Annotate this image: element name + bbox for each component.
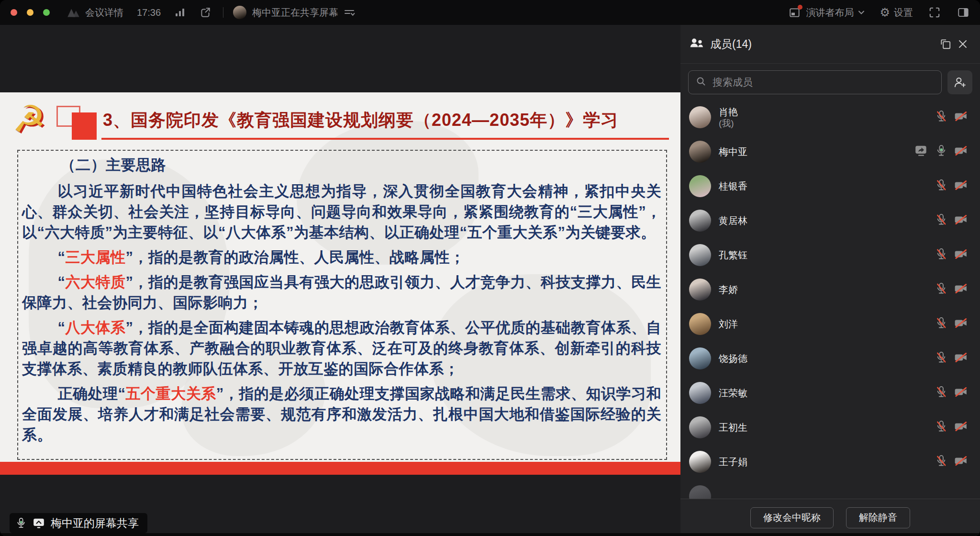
slide-paragraph: “六大特质”，指的是教育强国应当具有强大的思政引领力、人才竞争力、科技支撑力、民… <box>22 272 661 313</box>
camera-off-icon <box>954 282 968 297</box>
camera-off-icon <box>954 420 968 435</box>
add-member-button[interactable] <box>947 70 972 94</box>
member-row[interactable]: 汪荣敏 <box>680 376 980 410</box>
microphone-muted-icon <box>935 179 947 193</box>
member-row[interactable]: 王初生 <box>680 410 980 445</box>
screen-share-indicator: 梅中亚的屏幕共享 <box>10 513 147 533</box>
paragraph-text: “ <box>57 319 65 336</box>
avatar <box>689 175 711 197</box>
avatar <box>689 141 711 163</box>
slide-body-box: （二）主要思路以习近平新时代中国特色社会主义思想为指导，深入贯彻全国教育大会精神… <box>17 150 667 460</box>
paragraph-text: 以习近平新时代中国特色社会主义思想为指导，深入贯彻全国教育大会精神，紧扣中央关心… <box>22 183 661 241</box>
member-name-block: 王子娟 <box>719 456 935 468</box>
search-members-input[interactable] <box>712 76 935 89</box>
member-name: 肖艳 <box>719 106 935 118</box>
highlighted-red-term: 八大体系 <box>65 319 125 336</box>
member-name-block: 李娇 <box>719 284 935 295</box>
modify-nickname-button[interactable]: 修改会中昵称 <box>750 507 834 528</box>
microphone-muted-icon <box>935 386 947 400</box>
member-name: 刘洋 <box>719 318 935 330</box>
fullscreen-icon[interactable] <box>928 6 941 19</box>
members-panel-title: 成员(14) <box>710 37 937 52</box>
side-panel-toggle-icon[interactable] <box>957 7 969 18</box>
presentation-slide: ☭☭ 3、国务院印发《教育强国建设规划纲要（2024—2035年）》学习 （二）… <box>0 92 680 475</box>
network-signal-icon[interactable] <box>174 7 186 18</box>
sharer-status: 梅中亚正在共享屏幕 <box>252 6 338 19</box>
member-row[interactable]: 梅中亚 <box>680 134 980 169</box>
microphone-active-icon <box>15 517 27 529</box>
share-export-icon[interactable] <box>199 6 212 19</box>
member-row[interactable] <box>680 479 980 499</box>
member-row[interactable]: 李娇 <box>680 272 980 307</box>
camera-off-icon <box>954 145 968 159</box>
member-status-icons <box>935 317 968 331</box>
member-row[interactable]: 肖艳(我) <box>680 100 980 134</box>
camera-off-icon <box>954 317 968 331</box>
member-row[interactable]: 刘洋 <box>680 307 980 341</box>
member-name: 黄居林 <box>719 215 935 226</box>
member-name: 饶扬德 <box>719 353 935 364</box>
settings-button[interactable]: 设置 <box>894 6 913 19</box>
avatar <box>689 279 711 301</box>
microphone-muted-icon <box>935 282 947 297</box>
meeting-details-button[interactable]: 会议详情 <box>85 6 123 19</box>
member-name: 王子娟 <box>719 456 935 468</box>
highlighted-red-term: 五个重大关系 <box>126 385 216 402</box>
sharer-avatar <box>233 6 246 19</box>
member-name-block: 汪荣敏 <box>719 387 935 399</box>
member-name: 王初生 <box>719 422 935 433</box>
member-status-icons <box>935 455 968 469</box>
avatar <box>689 485 711 499</box>
member-status-icons <box>935 248 968 262</box>
member-name: 梅中亚 <box>719 146 914 157</box>
camera-off-icon <box>954 351 968 366</box>
member-name-block: 肖艳(我) <box>719 106 935 129</box>
avatar <box>689 382 711 404</box>
slide-paragraph: “三大属性”，指的是教育的政治属性、人民属性、战略属性； <box>22 247 661 268</box>
member-status-icons <box>935 282 968 297</box>
avatar <box>689 416 711 438</box>
search-icon <box>695 76 707 89</box>
meeting-window: 会议详情 17:36 梅中亚正在共享屏幕 <box>0 0 980 536</box>
avatar <box>689 106 711 128</box>
search-box[interactable] <box>688 70 942 94</box>
paragraph-text: （二）主要思路 <box>61 156 167 173</box>
unmute-button[interactable]: 解除静音 <box>846 507 910 528</box>
settings-gear-icon[interactable]: ⚙ <box>880 7 890 18</box>
member-name: 李娇 <box>719 284 935 295</box>
avatar <box>689 244 711 266</box>
paragraph-text: 正确处理“ <box>57 385 125 402</box>
member-status-icons <box>935 179 968 193</box>
camera-off-icon <box>954 386 968 400</box>
screen-share-label: 梅中亚的屏幕共享 <box>51 516 139 531</box>
member-name: 桂银香 <box>719 180 935 192</box>
avatar <box>689 313 711 335</box>
member-row[interactable]: 饶扬德 <box>680 341 980 376</box>
slide-paragraph: 以习近平新时代中国特色社会主义思想为指导，深入贯彻全国教育大会精神，紧扣中央关心… <box>22 181 661 243</box>
titlebar-divider <box>223 7 223 18</box>
member-row[interactable]: 桂银香 <box>680 169 980 203</box>
close-window-button[interactable] <box>11 9 17 16</box>
screen-sharing-icon <box>33 517 45 529</box>
close-panel-icon[interactable] <box>954 35 971 53</box>
member-self-tag: (我) <box>719 118 935 129</box>
paragraph-text: “ <box>57 274 65 290</box>
layout-icon[interactable] <box>789 7 801 18</box>
chevron-down-icon <box>858 10 865 15</box>
member-status-icons <box>914 145 968 159</box>
member-row[interactable]: 黄居林 <box>680 203 980 238</box>
microphone-muted-icon <box>935 110 947 124</box>
minimize-window-button[interactable] <box>27 9 33 16</box>
meeting-time: 17:36 <box>137 7 161 18</box>
titlebar: 会议详情 17:36 梅中亚正在共享屏幕 <box>0 0 980 25</box>
layout-selector[interactable]: 演讲者布局 <box>806 6 854 19</box>
member-row[interactable]: 王子娟 <box>680 445 980 479</box>
title-underline <box>101 138 669 140</box>
camera-off-icon <box>954 213 968 228</box>
window-bottom-edge <box>0 533 980 536</box>
popout-panel-icon[interactable] <box>937 35 954 53</box>
slide-section-heading: （二）主要思路 <box>22 155 661 175</box>
zoom-window-button[interactable] <box>43 9 50 16</box>
share-options-icon[interactable] <box>343 7 356 18</box>
member-row[interactable]: 孔繁钰 <box>680 238 980 272</box>
